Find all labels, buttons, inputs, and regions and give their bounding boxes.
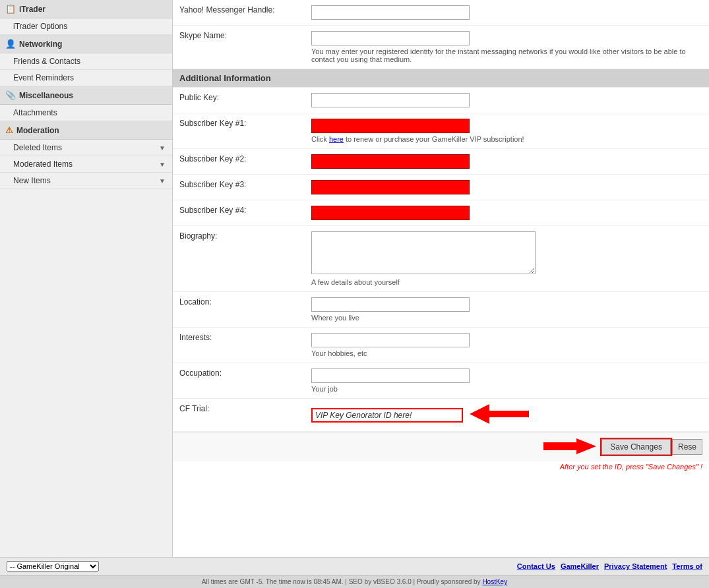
sub-key-4-label: Subscriber Key #4:: [173, 200, 305, 226]
sidebar-section-moderation[interactable]: ⚠ Moderation: [0, 121, 172, 140]
location-hint: Where you live: [311, 314, 702, 322]
location-label: Location:: [173, 292, 305, 328]
table-row: Location: Where you live: [173, 292, 709, 328]
sidebar-section-label-misc: Miscellaneous: [19, 91, 73, 100]
sub-key-4-input[interactable]: [311, 206, 470, 220]
table-row: Subscriber Key #2:: [173, 149, 709, 175]
sub-key-1-hint: Click here to renew or purchase your Gam…: [311, 135, 702, 143]
moderation-icon: ⚠: [5, 125, 13, 135]
sub-key-1-input-cell: Click here to renew or purchase your Gam…: [305, 113, 709, 149]
table-row: Skype Name: You may enter your registere…: [173, 26, 709, 69]
biography-hint: A few details about yourself: [311, 278, 702, 286]
occupation-hint: Your job: [311, 385, 702, 393]
table-row: Subscriber Key #4:: [173, 200, 709, 226]
public-key-label: Public Key:: [173, 88, 305, 113]
save-changes-arrow-icon: [543, 438, 596, 456]
skype-hint: You may enter your registered identity f…: [311, 47, 702, 63]
cf-trial-input[interactable]: [311, 408, 463, 423]
cf-trial-label: CF Trial:: [173, 399, 305, 432]
table-row: Occupation: Your job: [173, 363, 709, 399]
networking-icon: 👤: [5, 39, 16, 49]
sub-key-1-label: Subscriber Key #1:: [173, 113, 305, 149]
sidebar-item-friends[interactable]: Friends & Contacts: [0, 53, 172, 70]
footer-bar: -- GameKiller Original Contact Us GameKi…: [0, 557, 709, 575]
additional-info-header: Additional Information: [173, 69, 709, 87]
sub-key-2-input-cell: [305, 149, 709, 175]
sub-key-1-input[interactable]: [311, 119, 470, 133]
sub-key-2-input[interactable]: [311, 154, 470, 169]
chevron-down-icon: ▼: [159, 161, 166, 168]
section-header-row: Additional Information: [173, 69, 709, 88]
sidebar-section-itrader[interactable]: 📋 iTrader: [0, 0, 172, 18]
table-row: Public Key:: [173, 88, 709, 113]
table-row: CF Trial:: [173, 399, 709, 432]
location-input-cell: Where you live: [305, 292, 709, 328]
location-input[interactable]: [311, 297, 470, 312]
interests-label: Interests:: [173, 328, 305, 363]
sidebar: 📋 iTrader iTrader Options 👤 Networking F…: [0, 0, 173, 557]
interests-input-cell: Your hobbies, etc: [305, 328, 709, 363]
itrader-icon: 📋: [5, 4, 16, 14]
hostkey-link[interactable]: HostKey: [482, 578, 507, 585]
interests-hint: Your hobbies, etc: [311, 349, 702, 357]
contact-us-link[interactable]: Contact Us: [517, 562, 555, 570]
footer-left: -- GameKiller Original: [7, 561, 99, 572]
sidebar-item-new-items[interactable]: New Items ▼: [0, 173, 172, 189]
reset-button[interactable]: Rese: [672, 439, 702, 455]
occupation-input-cell: Your job: [305, 363, 709, 399]
gamekiller-link[interactable]: GameKiller: [561, 562, 599, 570]
misc-icon: 📎: [5, 90, 16, 100]
cf-trial-input-cell: [305, 399, 709, 432]
biography-input-cell: A few details about yourself: [305, 226, 709, 292]
save-hint-text: After you set the ID, press "Save Change…: [173, 461, 709, 475]
sub-key-4-input-cell: [305, 200, 709, 226]
sidebar-item-deleted-items[interactable]: Deleted Items ▼: [0, 140, 172, 156]
skype-input[interactable]: [311, 31, 470, 45]
save-changes-button[interactable]: Save Changes: [601, 439, 671, 455]
biography-label: Biography:: [173, 226, 305, 292]
theme-select[interactable]: -- GameKiller Original: [7, 561, 99, 572]
bottom-bar: All times are GMT -5. The time now is 08…: [0, 575, 709, 588]
sidebar-section-misc[interactable]: 📎 Miscellaneous: [0, 86, 172, 105]
chevron-down-icon: ▼: [159, 177, 166, 185]
page-wrapper: 📋 iTrader iTrader Options 👤 Networking F…: [0, 0, 709, 588]
footer-links: Contact Us GameKiller Privacy Statement …: [517, 562, 702, 570]
sidebar-section-networking[interactable]: 👤 Networking: [0, 35, 172, 53]
cf-trial-arrow-icon: [470, 404, 529, 426]
sidebar-item-events[interactable]: Event Reminders: [0, 70, 172, 86]
yahoo-input[interactable]: [311, 5, 470, 20]
skype-input-cell: You may enter your registered identity f…: [305, 26, 709, 69]
subscriber-key-link[interactable]: here: [329, 135, 344, 143]
main-area: 📋 iTrader iTrader Options 👤 Networking F…: [0, 0, 709, 557]
table-row: Subscriber Key #1: Click here to renew o…: [173, 113, 709, 149]
sidebar-section-label-moderation: Moderation: [16, 126, 59, 135]
occupation-label: Occupation:: [173, 363, 305, 399]
table-row: Biography: A few details about yourself: [173, 226, 709, 292]
sidebar-item-attachments[interactable]: Attachments: [0, 105, 172, 121]
main-content: Yahoo! Messenger Handle: Skype Name: You…: [173, 0, 709, 557]
sub-key-3-input-cell: [305, 175, 709, 200]
table-row: Subscriber Key #3:: [173, 175, 709, 200]
biography-textarea[interactable]: [311, 231, 536, 274]
sub-key-3-label: Subscriber Key #3:: [173, 175, 305, 200]
svg-marker-0: [470, 404, 529, 424]
public-key-input[interactable]: [311, 93, 470, 107]
sidebar-section-label-itrader: iTrader: [19, 5, 46, 14]
interests-input[interactable]: [311, 333, 470, 347]
sidebar-item-moderated-items[interactable]: Moderated Items ▼: [0, 156, 172, 173]
occupation-input[interactable]: [311, 368, 470, 383]
terms-link[interactable]: Terms of: [672, 562, 702, 570]
chevron-down-icon: ▼: [159, 144, 166, 152]
save-changes-box: Save Changes: [600, 438, 672, 456]
form-table: Yahoo! Messenger Handle: Skype Name: You…: [173, 0, 709, 432]
table-row: Interests: Your hobbies, etc: [173, 328, 709, 363]
privacy-statement-link[interactable]: Privacy Statement: [604, 562, 667, 570]
yahoo-label: Yahoo! Messenger Handle:: [173, 0, 305, 26]
sub-key-3-input[interactable]: [311, 180, 470, 194]
table-row: Yahoo! Messenger Handle:: [173, 0, 709, 26]
sub-key-2-label: Subscriber Key #2:: [173, 149, 305, 175]
sidebar-item-itrader-options[interactable]: iTrader Options: [0, 18, 172, 35]
svg-marker-1: [543, 438, 596, 454]
bottom-text: All times are GMT -5. The time now is 08…: [202, 578, 483, 585]
sidebar-section-label-networking: Networking: [19, 40, 62, 49]
